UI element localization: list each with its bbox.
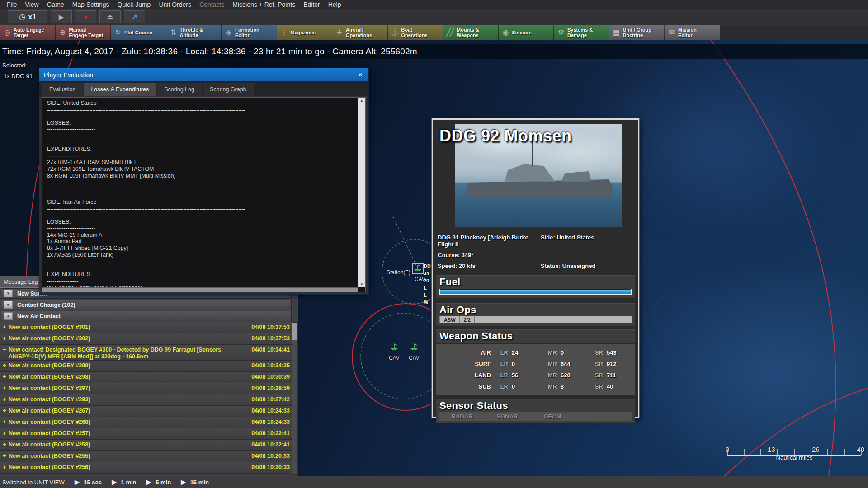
evaluation-tab[interactable]: Losses & Expenditures (84, 83, 156, 96)
entry-expand-icon[interactable]: + (3, 374, 9, 380)
toolbar-button[interactable]: ⇅ Throttle &Altitude (166, 25, 222, 40)
jump-button[interactable]: ↗ (124, 10, 145, 23)
close-icon[interactable]: × (357, 70, 364, 80)
message-log-entry[interactable]: + New air contact (BOGEY #298) 04/08 10:… (0, 372, 292, 383)
entry-expand-icon[interactable]: + (3, 441, 9, 448)
toolbar-button[interactable]: ◉ Sensors (499, 25, 554, 40)
message-log-entry[interactable]: + New air contact (BOGEY #302) 04/08 10:… (0, 333, 292, 345)
time-step-button[interactable]: ▶ 5 min (146, 478, 171, 486)
report-line (47, 265, 353, 272)
vertical-scrollbar[interactable]: ▲ ▼ (358, 98, 365, 287)
entry-expand-icon[interactable]: + (3, 385, 9, 391)
sensor-status-item[interactable]: RADAR (439, 413, 485, 420)
sensor-status-section: Sensor Status RADARSONAROECM (436, 399, 635, 423)
message-log-scrollbar[interactable] (292, 322, 298, 475)
entry-expand-icon[interactable]: + (3, 335, 9, 342)
entry-expand-icon[interactable]: + (3, 419, 9, 425)
surface-unit-icon[interactable] (415, 265, 421, 271)
entry-text: New contact! Designated BOGEY #300 - Det… (9, 347, 246, 360)
toolbar-button[interactable]: ✉ MissionEditor (665, 25, 720, 40)
message-log-entry[interactable]: + New air contact (BOGEY #293) 04/08 10:… (0, 394, 292, 406)
entry-expand-icon[interactable]: − (3, 347, 9, 353)
message-log-entry[interactable]: + New air contact (BOGEY #258) 04/08 10:… (0, 440, 292, 451)
scroll-down-icon[interactable]: ▼ (360, 282, 363, 286)
horizontal-scrollbar[interactable] (42, 287, 358, 292)
surface-unit-icon[interactable] (411, 344, 417, 350)
time-step-button[interactable]: ▶ 1 min (112, 478, 137, 486)
evaluation-tab[interactable]: Scoring Log (157, 83, 202, 96)
menu-item[interactable]: Unit Orders (155, 1, 195, 8)
entry-expand-icon[interactable]: + (3, 362, 9, 369)
message-log-entry[interactable]: + New air contact (BOGEY #257) 04/08 10:… (0, 428, 292, 440)
menu-bar: FileViewGameMap SettingsQuick JumpUnit O… (0, 0, 868, 9)
time-step-button[interactable]: ▶ 15 min (181, 478, 209, 486)
sensor-status-item[interactable]: SONAR (485, 413, 530, 420)
toolbar-button[interactable]: ⚓ BoatOperations (388, 25, 443, 40)
scrollbar-thumb[interactable] (292, 323, 297, 340)
toolbar-button[interactable]: ◈ FormationEditor (222, 25, 277, 40)
message-log-entry[interactable]: + New air contact (BOGEY #297) 04/08 10:… (0, 383, 292, 394)
air-ops-bar[interactable]: ASW 2/2 (439, 316, 632, 323)
time-compression-button[interactable]: ◷ x1 (8, 10, 47, 23)
chevron-toggle-icon[interactable]: ▼ (4, 301, 13, 309)
toolbar-button-label: MissionEditor (678, 27, 697, 38)
evaluation-tab[interactable]: Evaluation (42, 83, 83, 96)
menu-item[interactable]: Missions + Ref. Points (228, 1, 299, 8)
entry-text: New air contact (BOGEY #258) (9, 441, 246, 448)
window-title-bar[interactable]: Player Evaluation × (39, 68, 368, 81)
message-log-entry[interactable]: + New air contact (BOGEY #256) 04/08 10:… (0, 462, 292, 474)
message-log-entry[interactable]: + New air contact (BOGEY #255) 04/08 10:… (0, 451, 292, 462)
sensor-status-item[interactable]: OECM (530, 413, 575, 420)
menu-item[interactable]: Help (324, 1, 345, 8)
surface-unit-icon[interactable] (391, 344, 397, 350)
entry-expand-icon[interactable]: + (3, 408, 9, 414)
map-label-cav: CAV (389, 355, 400, 361)
weapon-col-label: LR (491, 361, 512, 367)
unit-datablock: DD3420LLW (424, 263, 431, 306)
message-log-body: ▼ New Surfac ▼ Contact Change (102) ▲ Ne… (0, 288, 298, 476)
evaluation-tab[interactable]: Scoring Graph (203, 83, 254, 96)
message-log-entry[interactable]: + New air contact (BOGEY #268) 04/08 10:… (0, 417, 292, 428)
message-log-group[interactable]: ▼ Contact Change (102) (1, 300, 292, 310)
entry-expand-icon[interactable]: + (3, 453, 9, 459)
toolbar-button[interactable]: ◎ Auto EngageTarget (0, 25, 56, 40)
play-arrow-icon: ▶ (181, 478, 186, 486)
entry-expand-icon[interactable]: + (3, 464, 9, 470)
entry-timestamp: 04/08 10:37:53 (246, 324, 290, 330)
entry-expand-icon[interactable]: + (3, 430, 9, 436)
toolbar-button[interactable]: ↻ Plot Course (111, 25, 166, 40)
chevron-toggle-icon[interactable]: ▲ (4, 312, 13, 320)
entry-expand-icon[interactable]: + (3, 324, 9, 330)
menu-item[interactable]: Quick Jump (113, 1, 155, 8)
toolbar-button[interactable]: ⚙ Systems &Damage (554, 25, 609, 40)
menu-item[interactable]: View (21, 1, 43, 8)
toolbar-button[interactable]: ⋮ Magazines (277, 25, 333, 40)
time-step-button[interactable]: ▶ 15 sec (75, 478, 102, 486)
toolbar-button[interactable]: ▤ Unit / GroupDoctrine (609, 25, 665, 40)
entry-timestamp: 04/08 10:37:53 (246, 335, 290, 342)
scroll-up-icon[interactable]: ▲ (360, 99, 363, 103)
toolbar-button[interactable]: ✈ AircraftOperations (332, 25, 388, 40)
message-log-tab[interactable]: Message Log (0, 276, 42, 288)
message-log-entry[interactable]: + New air contact (BOGEY #267) 04/08 10:… (0, 406, 292, 417)
chevron-toggle-icon[interactable]: ▼ (4, 290, 13, 297)
recorder-button[interactable]: ⏏ (99, 10, 121, 23)
entry-expand-icon[interactable]: + (3, 396, 9, 403)
toolbar-button-label: Auto EngageTarget (14, 27, 44, 38)
menu-item[interactable]: Game (43, 1, 68, 8)
play-button[interactable]: ▶ (51, 10, 72, 23)
toolbar-button[interactable]: ⊕ ManualEngage Target (56, 25, 111, 40)
menu-item[interactable]: Editor (299, 1, 324, 8)
sensor-status-bar: RADARSONAROECM (439, 412, 632, 421)
message-log-entry[interactable]: + New air contact (BOGEY #299) 04/08 10:… (0, 361, 292, 372)
entry-text: New air contact (BOGEY #297) (9, 385, 246, 392)
ship-mast (542, 150, 542, 165)
menu-item[interactable]: File (3, 1, 21, 8)
message-log-group[interactable]: ▲ New Air Contact (1, 311, 292, 321)
message-log-entry[interactable]: − New contact! Designated BOGEY #300 - D… (0, 345, 292, 361)
record-button[interactable]: ● (75, 10, 96, 23)
message-log-entry[interactable]: + New air contact (BOGEY #301) 04/08 10:… (0, 322, 292, 333)
menu-item[interactable]: Map Settings (68, 1, 113, 8)
menu-item[interactable]: Contacts (195, 1, 228, 8)
toolbar-button[interactable]: ╱╱ Mounts &Weapons (443, 25, 499, 40)
